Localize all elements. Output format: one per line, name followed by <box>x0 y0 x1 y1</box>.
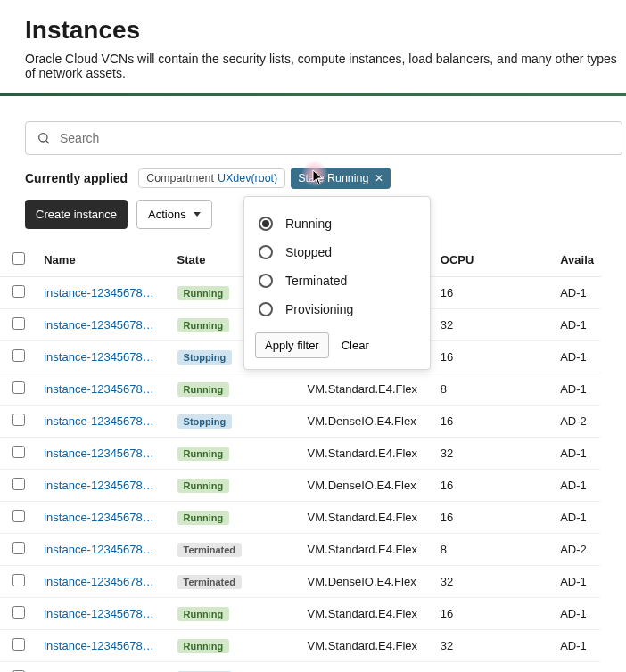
radio-icon <box>259 217 273 231</box>
status-badge: Running <box>177 318 230 332</box>
chevron-down-icon <box>194 212 201 217</box>
filter-chip-state[interactable]: State Running ✕ <box>291 168 390 189</box>
cell-ocpu: 32 <box>433 566 553 598</box>
cell-shape: VM.Standard.E4.Flex <box>301 534 433 566</box>
filter-option-label: Stopped <box>285 245 332 259</box>
cell-ocpu: 32 <box>433 630 553 662</box>
status-badge: Running <box>177 447 230 461</box>
search-input[interactable] <box>60 131 611 145</box>
decorative-band <box>0 93 626 96</box>
instance-name-link[interactable]: instance-12345678-… <box>44 639 155 652</box>
instance-name-link[interactable]: instance-12345678-… <box>44 543 155 556</box>
status-badge: Terminated <box>177 543 242 557</box>
search-icon <box>37 131 51 145</box>
table-row: instance-12345678-…TerminatedVM.DenseIO.… <box>0 566 601 598</box>
cell-ocpu: 32 <box>433 438 553 470</box>
close-icon[interactable]: ✕ <box>375 172 383 184</box>
instance-name-link[interactable]: instance-12345678-… <box>44 350 155 364</box>
row-checkbox[interactable] <box>12 574 25 586</box>
cell-availability-domain: AD-1 <box>553 598 601 630</box>
instance-name-link[interactable]: instance-12345678-… <box>44 479 155 492</box>
cell-availability-domain: AD-1 <box>553 373 601 406</box>
cell-shape: VM.Standard.E4.Flex <box>301 438 433 470</box>
table-row: instance-12345678-…RunningVM.Standard.E4… <box>0 438 601 470</box>
cell-ocpu: 8 <box>433 373 553 406</box>
cell-availability-domain: AD-2 <box>553 406 601 438</box>
chip-value: UXdev(root) <box>218 172 277 184</box>
chip-prefix: Compartment <box>146 172 214 184</box>
filter-option-label: Running <box>285 217 332 231</box>
cell-shape: VM.DenseIO.E4.Flex <box>301 566 433 598</box>
cell-ocpu: 16 <box>433 598 553 630</box>
cell-availability-domain: AD-1 <box>553 630 601 662</box>
row-checkbox[interactable] <box>12 542 25 554</box>
cell-availability-domain: AD-1 <box>553 309 601 341</box>
instance-name-link[interactable]: instance-12345678-… <box>44 414 155 428</box>
actions-menu-button[interactable]: Actions <box>136 200 212 229</box>
cell-ocpu: 8 <box>433 534 553 566</box>
instance-name-link[interactable]: instance-12345678-… <box>44 382 155 396</box>
apply-filter-button[interactable]: Apply filter <box>255 332 329 358</box>
status-badge: Terminated <box>177 575 242 589</box>
cell-ocpu: 16 <box>433 502 553 534</box>
row-checkbox[interactable] <box>12 381 25 394</box>
cell-shape: VM.Standard.E4.Flex <box>301 373 433 406</box>
status-badge: Running <box>177 479 230 493</box>
row-checkbox[interactable] <box>12 446 25 458</box>
filter-option-provisioning[interactable]: Provisioning <box>255 295 419 324</box>
select-all-checkbox[interactable] <box>12 252 25 265</box>
status-badge: Running <box>177 639 230 653</box>
cell-shape: VM.Standard.E4.Flex <box>301 630 433 662</box>
page-title: Instances <box>25 16 626 45</box>
cell-availability-domain: AD-1 <box>553 662 601 673</box>
cell-availability-domain: AD-1 <box>553 566 601 598</box>
table-row: instance-12345678-…RunningVM.Standard.E4… <box>0 502 601 534</box>
table-row: instance-12345678-…RunningVM.DenseIO.E4.… <box>0 470 601 502</box>
cell-ocpu: 16 <box>433 662 553 673</box>
page-description: Oracle Cloud VCNs will contain the secur… <box>25 52 626 80</box>
cell-shape: VM.Standard.E4.Flex <box>301 502 433 534</box>
actions-menu-label: Actions <box>148 208 186 221</box>
instance-name-link[interactable]: instance-12345678-… <box>44 607 155 620</box>
table-row: instance-12345678-…RunningVM.Standard.E4… <box>0 630 601 662</box>
column-header-availability[interactable]: Availa <box>553 243 601 277</box>
cell-availability-domain: AD-1 <box>553 502 601 534</box>
row-checkbox[interactable] <box>12 606 25 619</box>
filter-chip-compartment[interactable]: Compartment UXdev(root) <box>138 168 285 188</box>
row-checkbox[interactable] <box>12 478 25 490</box>
row-checkbox[interactable] <box>12 510 25 522</box>
table-row: instance-12345678-…StoppingVM.DenseIO.E4… <box>0 406 601 438</box>
filter-option-stopped[interactable]: Stopped <box>255 238 419 266</box>
status-badge: Stopping <box>177 414 233 429</box>
column-header-ocpu[interactable]: OCPU <box>433 243 553 277</box>
row-checkbox[interactable] <box>12 349 25 362</box>
cell-availability-domain: AD-1 <box>553 438 601 470</box>
create-instance-button[interactable]: Create instance <box>25 200 128 229</box>
cell-ocpu: 16 <box>433 341 553 373</box>
radio-icon <box>259 302 273 316</box>
instance-name-link[interactable]: instance-12345678-… <box>44 575 155 588</box>
table-row: instance-12345678-…RunningVM.Standard.E4… <box>0 373 601 406</box>
row-checkbox[interactable] <box>12 638 25 651</box>
instance-name-link[interactable]: instance-12345678-… <box>44 286 155 299</box>
cell-ocpu: 32 <box>433 309 553 341</box>
table-row: instance-12345678-…TerminatedVM.Standard… <box>0 534 601 566</box>
status-badge: Running <box>177 286 230 300</box>
cell-ocpu: 16 <box>433 277 553 309</box>
instance-name-link[interactable]: instance-12345678-… <box>44 318 155 332</box>
table-row: instance-12345678-…StoppingVM.DenseIO.E4… <box>0 662 601 673</box>
instance-name-link[interactable]: instance-12345678-… <box>44 447 155 460</box>
instance-name-link[interactable]: instance-12345678-… <box>44 511 155 524</box>
row-checkbox[interactable] <box>12 414 25 426</box>
row-checkbox[interactable] <box>12 317 25 330</box>
row-checkbox[interactable] <box>12 285 25 298</box>
cell-availability-domain: AD-2 <box>553 534 601 566</box>
filter-option-running[interactable]: Running <box>255 209 419 238</box>
filter-option-terminated[interactable]: Terminated <box>255 266 419 295</box>
column-header-name[interactable]: Name <box>37 243 169 277</box>
clear-filter-button[interactable]: Clear <box>338 332 373 358</box>
cell-availability-domain: AD-1 <box>553 277 601 309</box>
filter-option-label: Provisioning <box>285 302 353 316</box>
search-field-wrap[interactable] <box>25 121 622 155</box>
status-badge: Running <box>177 511 230 525</box>
